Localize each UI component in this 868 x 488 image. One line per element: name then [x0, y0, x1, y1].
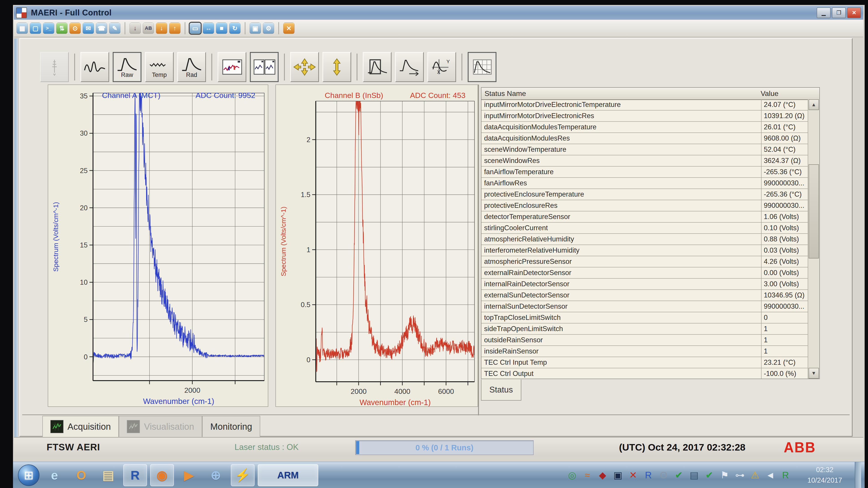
window-list-tray-icon[interactable]: ▤	[689, 470, 699, 480]
window-fit-icon[interactable]: ↔	[203, 23, 214, 34]
table-row[interactable]: inputMirrorMotorDriveElectronicTemperatu…	[482, 99, 808, 111]
antivirus-shield-tray-icon[interactable]: ◆	[597, 470, 608, 480]
power-icon[interactable]: ⊙	[69, 23, 81, 34]
table-row[interactable]: externalRainDetectorSensor0.00 (Volts)	[482, 268, 808, 279]
globe-taskbar-button[interactable]: ⊕	[204, 464, 228, 486]
xy-axes-button[interactable]: XY	[427, 52, 456, 82]
temp-button[interactable]: Temp	[145, 52, 174, 82]
remote-connect-taskbar-button[interactable]: ⚡	[231, 464, 255, 486]
table-row[interactable]: protectiveEnclosureRes990000030...	[482, 200, 808, 211]
table-row[interactable]: inputMirrorMotorDriveElectronicRes10391.…	[482, 111, 808, 122]
copy-settings-icon[interactable]: ▣	[250, 23, 261, 34]
volume-tray-icon[interactable]: ◄	[765, 470, 775, 480]
network-status-tray-icon[interactable]: ◎	[567, 470, 577, 480]
remote-green-tray-icon[interactable]: R	[780, 470, 791, 480]
internet-explorer-taskbar-button[interactable]: e	[42, 464, 66, 486]
svg-text:Wavenumber (cm-1): Wavenumber (cm-1)	[143, 397, 214, 405]
single-plot-button[interactable]	[218, 52, 246, 82]
close-panel-icon[interactable]: ✕	[283, 23, 294, 34]
tab-acquisition[interactable]: Acquisition	[42, 416, 119, 437]
handheld-pc-icon[interactable]: ▦	[17, 23, 28, 34]
abc-blocks-icon[interactable]: AB	[143, 23, 154, 34]
table-row[interactable]: fanAirflowTemperature-265.36 (°C)	[482, 166, 808, 178]
hardware-key-tray-icon[interactable]: ʘ	[658, 470, 669, 480]
network-warning-tray-icon[interactable]: ⚠	[750, 470, 760, 480]
display-settings-tray-icon[interactable]: ▣	[613, 470, 623, 480]
splitter[interactable]	[478, 85, 479, 415]
column-value[interactable]: Value	[758, 89, 778, 98]
channel-b-chart[interactable]: 00.511.52200040006000Wavenumber (cm-1)Sp…	[275, 85, 478, 407]
tools-icon[interactable]: ⚙	[263, 23, 274, 34]
start-button[interactable]: ⊞	[18, 464, 39, 486]
minimize-button[interactable]: ▁	[817, 7, 831, 18]
install-package-icon[interactable]: ↓	[129, 23, 141, 34]
taskbar-clock[interactable]: 02:32 10/24/2017	[800, 465, 849, 486]
outlook-taskbar-button[interactable]: O	[69, 464, 93, 486]
updates-tray-icon[interactable]: ≈	[582, 470, 593, 480]
scroll-up-arrow[interactable]: ▲	[809, 99, 819, 110]
table-row[interactable]: interferometerRelativeHumidity0.03 (Volt…	[482, 245, 808, 256]
table-scrollbar[interactable]: ▲ ▼	[808, 99, 819, 378]
table-row[interactable]: stirlingCoolerCurrent0.10 (Volts)	[482, 222, 808, 234]
close-button[interactable]: ✕	[847, 7, 861, 18]
r-console-taskbar-button[interactable]: R	[123, 464, 147, 486]
tab-monitoring[interactable]: Monitoring	[202, 416, 260, 437]
scroll-thumb[interactable]	[809, 164, 819, 258]
table-row[interactable]: externalSunDetectorSensor10346.95 (Ω)	[482, 290, 808, 301]
table-row[interactable]: dataAcquisitionModulesRes9608.00 (Ω)	[482, 133, 808, 144]
window-full-icon[interactable]: ■	[216, 23, 227, 34]
table-row[interactable]: protectiveEnclosureTemperature-265.36 (°…	[482, 189, 808, 200]
table-row[interactable]: fanAirflowRes990000030...	[482, 178, 808, 189]
grid-view-button[interactable]	[468, 52, 496, 82]
table-row[interactable]: sceneWindowTemperature52.04 (°C)	[482, 144, 808, 155]
table-row[interactable]: internalSunDetectorSensor990000030...	[482, 301, 808, 312]
power-plug-tray-icon[interactable]: ⊶	[735, 470, 745, 480]
r-service-tray-icon[interactable]: R	[643, 470, 653, 480]
table-row[interactable]: internalRainDetectorSensor3.00 (Volts)	[482, 279, 808, 290]
scroll-down-arrow[interactable]: ▼	[809, 368, 819, 378]
media-player-taskbar-button[interactable]: ▶	[177, 464, 201, 486]
column-status-name[interactable]: Status Name	[482, 89, 758, 98]
table-row[interactable]: atmosphericPressureSensor4.26 (Volts)	[482, 256, 808, 268]
table-row[interactable]: outsideRainSensor1	[482, 335, 808, 346]
dual-plot-button[interactable]	[250, 52, 279, 82]
rad-button[interactable]: Rad	[177, 52, 206, 82]
file-manager-taskbar-button[interactable]: ▤	[96, 464, 120, 486]
maximize-button[interactable]: ❐	[832, 7, 846, 18]
sync-arrows-icon[interactable]: ⇅	[56, 23, 67, 34]
table-row[interactable]: atmosphericRelativeHumidity0.88 (Volts)	[482, 234, 808, 245]
signal-button[interactable]	[81, 52, 109, 82]
raw-button[interactable]: Raw	[113, 52, 142, 82]
show-desktop-button[interactable]	[855, 462, 861, 488]
sync-error-tray-icon[interactable]: ✕	[628, 470, 638, 480]
window-cycle-icon[interactable]: ↻	[229, 23, 241, 34]
table-row[interactable]: detectorTemperatureSensor1.06 (Volts)	[482, 211, 808, 222]
zoom-box-button[interactable]	[363, 52, 392, 82]
firefox-taskbar-button[interactable]: ◉	[150, 464, 174, 486]
chat-icon[interactable]: ✉	[83, 23, 94, 34]
table-row[interactable]: TEC Ctrl Output-100.0 (%)	[482, 368, 808, 378]
window-normal-icon[interactable]: ▭	[190, 23, 201, 34]
table-row[interactable]: insideRainSensor1	[482, 346, 808, 357]
clipboard-download-icon[interactable]: ↓	[156, 23, 167, 34]
arm-app-taskbar-button[interactable]: ARM	[258, 464, 318, 486]
usb-ready-tray-icon[interactable]: ✔	[674, 470, 684, 480]
table-row[interactable]: topTrapCloseLimitSwitch0	[482, 312, 808, 324]
status-ok-tray-icon[interactable]: ✔	[704, 470, 714, 480]
channel-a-chart[interactable]: 051015202530352000Wavenumber (cm-1)Spect…	[48, 85, 268, 407]
console-icon[interactable]: >_	[43, 23, 54, 34]
table-row[interactable]: TEC Ctrl Input Temp23.21 (°C)	[482, 357, 808, 368]
status-tab[interactable]: Status	[481, 379, 521, 401]
action-flag-tray-icon[interactable]: ⚑	[719, 470, 730, 480]
x-shift-button[interactable]	[395, 52, 424, 82]
table-row[interactable]: dataAcquisitionModulesTemperature26.01 (…	[482, 122, 808, 133]
monitor-icon[interactable]: ▢	[30, 23, 41, 34]
table-row[interactable]: sceneWindowRes3624.37 (Ω)	[482, 155, 808, 166]
vertical-zoom-button[interactable]	[322, 52, 351, 82]
pan-button[interactable]	[290, 52, 319, 82]
clipboard-upload-icon[interactable]: ↑	[169, 23, 180, 34]
status-table-header[interactable]: Status Name Value	[482, 88, 819, 100]
phone-icon[interactable]: ☎	[96, 23, 107, 34]
table-row[interactable]: sideTrapOpenLimitSwitch1	[482, 324, 808, 335]
comment-icon[interactable]: ✎	[109, 23, 120, 34]
